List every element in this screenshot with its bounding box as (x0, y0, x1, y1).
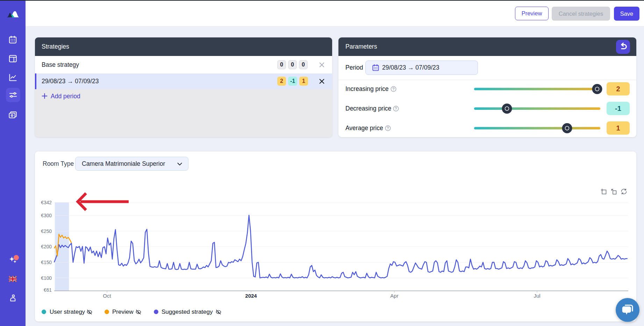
svg-text:€200: €200 (41, 244, 52, 249)
svg-text:Oct: Oct (103, 293, 111, 299)
svg-text:€250: €250 (41, 229, 52, 234)
svg-text:€150: €150 (41, 260, 52, 265)
svg-text:€300: €300 (41, 213, 52, 218)
svg-text:Apr: Apr (390, 293, 398, 299)
svg-text:€61: €61 (44, 288, 52, 293)
svg-text:2024: 2024 (245, 293, 257, 299)
svg-text:Jul: Jul (534, 293, 540, 299)
svg-text:€100: €100 (41, 276, 52, 281)
svg-text:€342: €342 (41, 200, 52, 205)
